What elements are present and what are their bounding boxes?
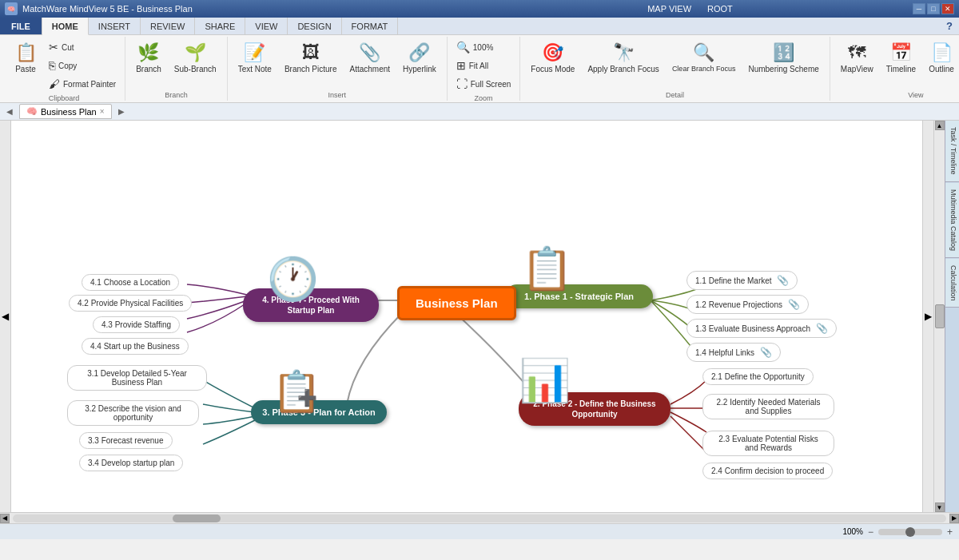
zoom-buttons: 🔍 100% ⊞ Fit All ⛶ Full Screen	[452, 38, 515, 93]
text-note-icon: 📝	[244, 42, 265, 63]
phase3-plus-icon: ➕	[297, 388, 317, 407]
clear-branch-focus-button[interactable]: 🔍 Clear Branch Focus	[667, 38, 742, 77]
phase1-icon: 📋	[521, 244, 573, 293]
doc-tab-label: Business Plan	[41, 107, 97, 117]
scroll-down-button[interactable]: ▼	[935, 502, 945, 512]
sub-node-1-3[interactable]: 1.3 Evaluate Business Approach 📎	[686, 319, 837, 338]
mapview-button[interactable]: 🗺 MapView	[835, 38, 879, 77]
sub-node-3-4[interactable]: 3.4 Develop startup plan	[79, 455, 183, 471]
branch-picture-button[interactable]: 🖼 Branch Picture	[279, 38, 343, 77]
zoom-100-button[interactable]: 🔍 100%	[452, 38, 515, 56]
full-screen-button[interactable]: ⛶ Full Screen	[452, 75, 515, 93]
window-controls[interactable]: ─ □ ✕	[913, 3, 954, 14]
attachment-button[interactable]: 📎 Attachment	[344, 38, 396, 77]
scroll-hori-right[interactable]: ▶	[949, 514, 959, 523]
sub-node-4-2[interactable]: 4.2 Provide Physical Facilities	[69, 295, 192, 312]
tab-view[interactable]: VIEW	[245, 18, 288, 34]
tab-nav-left[interactable]: ◀	[3, 105, 16, 118]
sub-node-2-1[interactable]: 2.1 Define the Opportunity	[702, 368, 814, 385]
scroll-left[interactable]: ◀	[0, 121, 11, 512]
apply-branch-focus-icon: 🔭	[613, 42, 635, 63]
sub-node-2-2[interactable]: 2.2 Identify Needed Materials and Suppli…	[702, 394, 834, 419]
format-painter-button[interactable]: 🖌 Format Painter	[45, 75, 120, 93]
clipboard-buttons: 📋 Paste ✂ Cut ⎘ Copy 🖌 Format Painter	[8, 38, 120, 93]
mind-map-canvas[interactable]: Business Plan 📋 1. Phase 1 - Strategic P…	[11, 121, 922, 512]
zoom-slider[interactable]	[878, 529, 942, 535]
tab-home[interactable]: HOME	[42, 18, 89, 35]
close-button[interactable]: ✕	[941, 3, 954, 14]
tab-format[interactable]: FORMAT	[342, 18, 399, 34]
paste-icon: 📋	[15, 42, 37, 63]
sub-node-3-1[interactable]: 3.1 Develop Detailed 5-Year Business Pla…	[67, 365, 207, 391]
sidebar-task-timeline[interactable]: Task / Timeline	[945, 121, 959, 182]
maximize-button[interactable]: □	[927, 3, 940, 14]
tab-share[interactable]: SHARE	[195, 18, 245, 34]
copy-button[interactable]: ⎘ Copy	[45, 57, 120, 74]
format-painter-icon: 🖌	[49, 77, 60, 90]
vertical-scrollbar[interactable]: ▲ ▼	[933, 121, 945, 512]
sub-branch-icon: 🌱	[185, 42, 206, 63]
bottom-bar: 100% − +	[0, 523, 959, 539]
ribbon-content: 📋 Paste ✂ Cut ⎘ Copy 🖌 Format Painter	[0, 35, 959, 102]
branch-label: Branch	[130, 89, 222, 99]
numbering-scheme-icon: 🔢	[773, 42, 794, 63]
doc-tab-business-plan[interactable]: 🧠 Business Plan ×	[19, 104, 112, 119]
sub-branch-button[interactable]: 🌱 Sub-Branch	[169, 38, 222, 77]
zoom-plus-button[interactable]: +	[947, 526, 953, 538]
sub-node-4-3[interactable]: 4.3 Provide Staffing	[93, 316, 180, 333]
cut-button[interactable]: ✂ Cut	[45, 38, 120, 56]
central-node[interactable]: Business Plan	[397, 286, 516, 320]
paste-button[interactable]: 📋 Paste	[8, 38, 43, 77]
sub-node-1-2[interactable]: 1.2 Revenue Projections 📎	[686, 295, 809, 314]
branch-buttons: 🌿 Branch 🌱 Sub-Branch	[130, 38, 222, 89]
fit-all-icon: ⊞	[456, 59, 466, 72]
timeline-button[interactable]: 📅 Timeline	[881, 38, 921, 77]
sub-node-4-4[interactable]: 4.4 Start up the Business	[82, 338, 189, 355]
scroll-up-button[interactable]: ▲	[935, 121, 945, 130]
title-bar: 🧠 MatchWare MindView 5 BE - Business Pla…	[0, 0, 959, 18]
tab-insert[interactable]: INSERT	[89, 18, 141, 34]
hyperlink-button[interactable]: 🔗 Hyperlink	[397, 38, 442, 77]
timeline-icon: 📅	[890, 42, 912, 63]
scroll-hori-left[interactable]: ◀	[0, 514, 10, 523]
focus-mode-button[interactable]: 🎯 Focus Mode	[525, 38, 580, 77]
text-note-button[interactable]: 📝 Text Note	[233, 38, 277, 77]
attach-1-3: 📎	[816, 323, 828, 334]
branch-button[interactable]: 🌿 Branch	[130, 38, 167, 77]
sub-node-3-2[interactable]: 3.2 Describe the vision and opportunity	[67, 400, 199, 426]
sub-node-2-3[interactable]: 2.3 Evaluate Potential Risks and Rewards	[702, 431, 834, 456]
sub-node-4-1[interactable]: 4.1 Choose a Location	[82, 274, 179, 291]
fit-all-button[interactable]: ⊞ Fit All	[452, 57, 515, 74]
doc-tab-icon: 🧠	[26, 106, 38, 117]
insert-group: 📝 Text Note 🖼 Branch Picture 📎 Attachmen…	[228, 37, 448, 101]
tab-nav-right[interactable]: ▶	[115, 105, 128, 118]
doc-tab-close[interactable]: ×	[100, 107, 105, 116]
sub-node-2-4[interactable]: 2.4 Confirm decision to proceed	[702, 463, 833, 479]
app-icon: 🧠	[5, 2, 18, 15]
apply-branch-focus-button[interactable]: 🔭 Apply Branch Focus	[582, 38, 665, 77]
tab-review[interactable]: REVIEW	[141, 18, 195, 34]
minimize-button[interactable]: ─	[913, 3, 925, 14]
zoom-minus-button[interactable]: −	[868, 526, 873, 538]
scroll-thumb[interactable]	[935, 304, 945, 328]
tab-design[interactable]: DESIGN	[288, 18, 341, 34]
view-label: View	[835, 89, 959, 99]
scroll-right[interactable]: ▶	[922, 121, 933, 512]
phase2-icon: 📊	[519, 356, 571, 405]
sub-node-1-1[interactable]: 1.1 Define the Market 📎	[686, 271, 798, 290]
sidebar-multimedia[interactable]: Multimedia Catalog	[945, 183, 959, 258]
horizontal-scrollbar[interactable]: ◀ ▶	[0, 512, 959, 523]
tab-file[interactable]: FILE	[0, 18, 42, 34]
help-button[interactable]: ?	[940, 18, 959, 34]
outline-button[interactable]: 📄 Outline	[923, 38, 959, 77]
sub-node-3-3[interactable]: 3.3 Forecast revenue	[79, 432, 173, 449]
zoom-slider-thumb[interactable]	[905, 527, 915, 537]
sidebar-calculation[interactable]: Calculation	[945, 259, 959, 308]
view-group: 🗺 MapView 📅 Timeline 📄 Outline 📊 Gantt V…	[830, 37, 959, 101]
h-scroll-thumb[interactable]	[173, 514, 221, 522]
map-view-label: MAP VIEW	[647, 4, 691, 14]
numbering-scheme-button[interactable]: 🔢 Numbering Scheme	[742, 38, 824, 77]
mapview-icon: 🗺	[848, 42, 865, 63]
right-sidebar: Task / Timeline Multimedia Catalog Calcu…	[945, 121, 959, 512]
sub-node-1-4[interactable]: 1.4 Helpful Links 📎	[686, 343, 781, 362]
